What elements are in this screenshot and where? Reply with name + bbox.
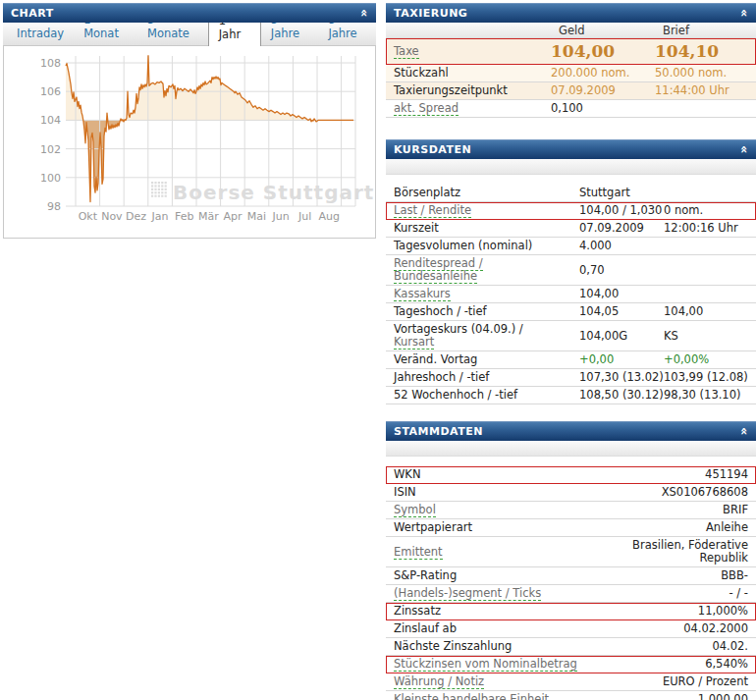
- table-row: WKN451194: [386, 466, 756, 484]
- taxierung-rows: Taxe104,00104,10Stückzahl200.000 nom.50.…: [386, 38, 756, 118]
- collapse-panel-icon[interactable]: «: [738, 9, 751, 18]
- table-row: Stückzinsen vom Nominalbetrag6,540%: [386, 656, 756, 673]
- tooltip-label[interactable]: Stückzinsen vom Nominalbetrag: [394, 657, 577, 672]
- tooltip-label[interactable]: Taxe: [394, 44, 419, 59]
- row-value-1: 4.000: [579, 240, 664, 252]
- tooltip-label[interactable]: Last / Rendite: [394, 203, 471, 218]
- chart-box: Boerse Stuttgart98100102104106108OktNovD…: [3, 46, 376, 239]
- row-value: BBB-: [721, 569, 748, 582]
- row-value-2: KS: [664, 330, 756, 343]
- row-value-1: 104,00: [579, 288, 664, 300]
- row-value-2: 103,99 (12.08): [664, 371, 756, 384]
- collapse-panel-icon[interactable]: «: [358, 9, 371, 18]
- row-label: Symbol: [394, 504, 723, 516]
- table-row: S&P-RatingBBB-: [386, 567, 756, 585]
- table-row: Renditespread /Bundesanleihe0,70: [386, 255, 756, 286]
- tooltip-label[interactable]: Symbol: [394, 503, 436, 517]
- data-panels: TAXIERUNG « Geld Brief Taxe104,00104,10S…: [386, 3, 756, 700]
- svg-text:98: 98: [47, 200, 61, 213]
- table-row: akt. Spread0,100: [386, 100, 756, 118]
- tooltip-label[interactable]: Kleinste handelbare Einheit: [394, 692, 549, 700]
- kursdaten-rows: BörsenplatzStuttgartLast / Rendite104,00…: [386, 185, 756, 404]
- table-row: Jahreshoch / -tief107,30 (13.02)103,99 (…: [386, 369, 756, 387]
- row-value: 6,540%: [705, 658, 748, 671]
- row-value: 451194: [705, 468, 748, 481]
- taxierung-panel-header: TAXIERUNG «: [386, 3, 756, 23]
- table-row: Nächste Zinszahlung04.02.: [386, 638, 756, 656]
- price-chart: Boerse Stuttgart98100102104106108OktNovD…: [4, 46, 375, 238]
- row-value: XS0106768608: [662, 486, 748, 499]
- table-row: Taxe104,00104,10: [386, 38, 756, 65]
- row-value-2: 11:44:00 Uhr: [655, 84, 756, 97]
- row-label: Emittent: [394, 546, 581, 559]
- table-row: 52 Wochenhoch / -tief108,50 (30.12)98,30…: [386, 387, 756, 404]
- table-row: WertpapierartAnleihe: [386, 519, 756, 537]
- chart-panel-header: CHART «: [3, 3, 376, 23]
- svg-text:102: 102: [40, 143, 61, 156]
- row-value: 04.02.2000: [683, 622, 748, 635]
- stammdaten-panel: STAMMDATEN « WKN451194ISINXS0106768608Sy…: [386, 421, 756, 700]
- svg-text:108: 108: [40, 57, 61, 70]
- tooltip-label[interactable]: Bundesanleihe: [394, 269, 477, 284]
- tooltip-label[interactable]: (Handels-)segment / Ticks: [394, 586, 541, 601]
- row-label: Wertpapierart: [394, 521, 706, 534]
- row-label: Nächste Zinszahlung: [394, 640, 712, 653]
- stammdaten-panel-title: STAMMDATEN: [394, 425, 483, 438]
- row-label: Last / Rendite: [394, 204, 579, 217]
- table-row: Kassakurs104,00: [386, 286, 756, 303]
- table-row: Vortageskurs (04.09.) /Kursart104,00GKS: [386, 321, 756, 351]
- svg-text:Okt: Okt: [79, 210, 98, 223]
- chart-tab-intraday[interactable]: Intraday: [7, 23, 74, 45]
- table-row: Kurszeit07.09.200912:00:16 Uhr: [386, 220, 756, 238]
- taxierung-panel-title: TAXIERUNG: [394, 7, 467, 20]
- tooltip-label[interactable]: Kursart: [394, 335, 434, 350]
- row-value-1: 07.09.2009: [579, 222, 664, 235]
- table-row: Tagesvolumen (nominal)4.000: [386, 238, 756, 255]
- tooltip-label[interactable]: Währung / Notiz: [394, 674, 484, 689]
- row-value: EURO / Prozent: [663, 675, 748, 688]
- chart-panel: CHART « Intraday1 Monat3 Monate1 Jahr3 J…: [3, 3, 376, 239]
- kursdaten-panel-header: KURSDATEN «: [386, 139, 756, 159]
- tooltip-label[interactable]: Kassakurs: [394, 287, 451, 301]
- row-value-2: 0 nom.: [664, 204, 756, 217]
- svg-text:Nov: Nov: [101, 210, 123, 223]
- row-label: akt. Spread: [394, 102, 551, 115]
- svg-text:104: 104: [40, 114, 61, 127]
- row-label: 52 Wochenhoch / -tief: [394, 389, 579, 402]
- row-value: BRIF: [723, 504, 748, 516]
- row-value-1: 107,30 (13.02): [579, 371, 664, 384]
- row-value: 04.02.: [712, 640, 748, 653]
- row-label: Taxierungszeitpunkt: [394, 84, 551, 97]
- svg-text:Mär: Mär: [198, 210, 219, 223]
- row-value-1: 0,100: [551, 102, 655, 115]
- table-row: Zinslauf ab04.02.2000: [386, 620, 756, 638]
- row-label: Renditespread /Bundesanleihe: [394, 257, 579, 283]
- row-value-1: 104,00: [551, 42, 655, 60]
- row-label: Zinssatz: [394, 605, 698, 618]
- row-value: Brasilien, Föderative Republik: [581, 539, 748, 565]
- svg-text:Aug: Aug: [319, 210, 340, 223]
- row-value-2: 104,10: [655, 42, 756, 60]
- chart-panel-title: CHART: [11, 7, 54, 20]
- row-label: Stückzahl: [394, 67, 551, 80]
- table-row: (Handels-)segment / Ticks- / -: [386, 585, 756, 603]
- taxierung-column-headers: Geld Brief: [386, 23, 756, 38]
- row-label: Vortageskurs (04.09.) /Kursart: [394, 323, 579, 349]
- kursdaten-panel-title: KURSDATEN: [394, 143, 471, 156]
- collapse-panel-icon[interactable]: «: [738, 145, 751, 154]
- row-value-1: 108,50 (30.12): [579, 389, 664, 402]
- row-value: - / -: [729, 587, 749, 600]
- row-label: Börsenplatz: [394, 187, 579, 199]
- tooltip-label[interactable]: akt. Spread: [394, 101, 459, 116]
- row-value-1: 104,00G: [579, 330, 664, 343]
- svg-text:100: 100: [40, 172, 61, 185]
- collapse-panel-icon[interactable]: «: [738, 427, 751, 436]
- svg-text:Jan: Jan: [151, 210, 169, 223]
- table-row: Währung / NotizEURO / Prozent: [386, 673, 756, 691]
- table-row: Veränd. Vortag+0,00+0,00%: [386, 351, 756, 369]
- svg-text:Boerse Stuttgart: Boerse Stuttgart: [173, 181, 374, 204]
- svg-text:Feb: Feb: [175, 210, 193, 223]
- row-value-1: 0,70: [579, 264, 664, 277]
- svg-text:Mai: Mai: [247, 210, 266, 223]
- tooltip-label[interactable]: Emittent: [394, 545, 443, 560]
